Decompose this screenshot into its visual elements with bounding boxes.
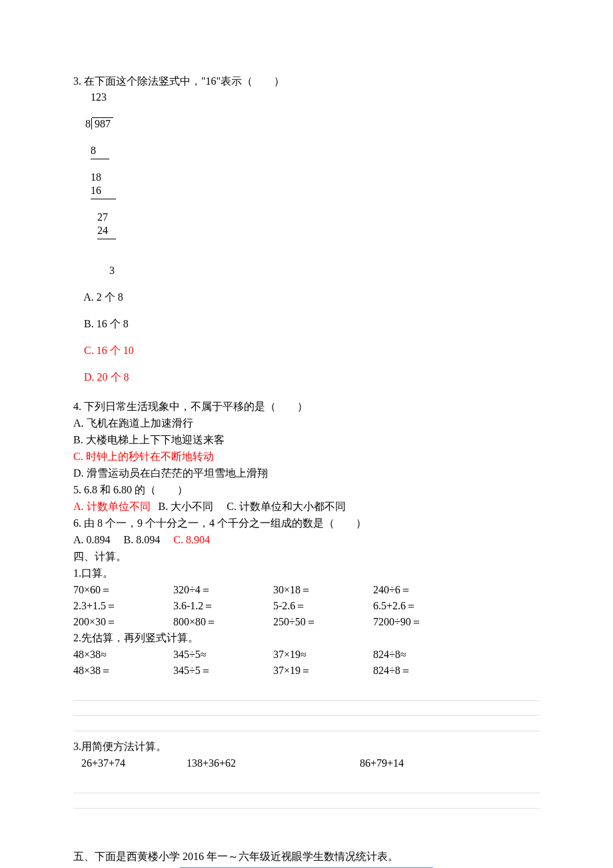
calc-item: 70×60＝ [73, 582, 173, 598]
calc-item: 138+36+62 [187, 755, 360, 771]
calc-item: 30×18＝ [273, 582, 373, 598]
q3-option-b: B. 16 个 8 [84, 318, 129, 329]
mental-row2: 2.3+1.5＝ 3.6-1.2＝ 5-2.6＝ 6.5+2.6＝ [73, 598, 540, 614]
q3-option-d: D. 20 个 8 [84, 371, 129, 383]
q3-option-a: A. 2 个 8 [83, 291, 123, 303]
estimate-row1: 48×38≈ 345÷5≈ 37×19≈ 824÷8≈ [73, 647, 540, 663]
calc-item: 200×30＝ [73, 614, 173, 630]
q4-option-d: D. 滑雪运动员在白茫茫的平坦雪地上滑翔 [73, 465, 540, 481]
mental-row3: 200×30＝ 800×80＝ 250÷50＝ 7200÷90＝ [73, 614, 540, 630]
calc-item: 800×80＝ [173, 614, 273, 630]
calc-item: 345÷5≈ [173, 647, 273, 663]
calc-item: 26+37+74 [73, 755, 187, 771]
q6-prompt: 6. 由 8 个一，9 个十分之一，4 个千分之一组成的数是（ ） [73, 515, 540, 531]
calc-item: 48×38≈ [73, 647, 173, 663]
q4-option-a: A. 飞机在跑道上加速滑行 [73, 415, 540, 431]
calc-item: 240÷6＝ [373, 582, 473, 598]
calc-item: 2.3+1.5＝ [73, 598, 173, 614]
calc-item: 6.5+2.6＝ [373, 598, 473, 614]
calc-item: 250÷50＝ [273, 614, 373, 630]
step2-sub: 16 [91, 185, 101, 196]
q6-options: A. 0.894 B. 8.094 C. 8.904 [73, 532, 540, 548]
estimate-row2: 48×38＝ 345÷5＝ 37×19＝ 824÷8＝ [73, 663, 540, 679]
q3-option-c: C. 16 个 10 [84, 345, 134, 356]
simplify-row: 26+37+74 138+36+62 86+79+14 [73, 755, 540, 771]
calc-item: 824÷8＝ [373, 663, 473, 679]
s4-p1: 1.口算。 [73, 565, 540, 581]
long-division: 123 8987 8 18 16 27 24 3 A. 2 个 8 B. 16 … [73, 91, 540, 397]
divisor: 8 [84, 118, 92, 129]
calc-item: 37×19＝ [273, 663, 373, 679]
calc-item: 7200÷90＝ [373, 614, 473, 630]
q5-option-c: C. 计数单位和大小都不同 [227, 501, 346, 512]
q6-option-c: C. 8.904 [173, 534, 210, 545]
calc-item: 48×38＝ [73, 663, 173, 679]
q6-option-b: B. 8.094 [124, 534, 161, 545]
q5-option-a: A. 计数单位不同 [73, 501, 151, 512]
section5-title: 五、下面是西黄楼小学 2016 年一～六年级近视眼学生数情况统计表。 [73, 849, 540, 865]
step3-sub: 24 [97, 225, 108, 236]
step3-bring: 27 [97, 211, 108, 223]
work-area [73, 685, 540, 732]
calc-item: 37×19≈ [273, 647, 373, 663]
calc-item: 824÷8≈ [373, 647, 473, 663]
q3-prompt: 3. 在下面这个除法竖式中，"16"表示（ ） [73, 73, 540, 89]
remainder: 3 [84, 264, 115, 277]
dividend: 987 [92, 117, 113, 129]
section4-title: 四、计算。 [73, 549, 540, 565]
mental-row1: 70×60＝ 320÷4＝ 30×18＝ 240÷6＝ [73, 582, 540, 598]
calc-item: 5-2.6＝ [273, 598, 373, 614]
calc-item: 86+79+14 [360, 755, 473, 771]
quotient: 123 [91, 91, 107, 103]
q4-prompt: 4. 下列日常生活现象中，不属于平移的是（ ） [73, 399, 540, 415]
q6-option-a: A. 0.894 [73, 534, 111, 545]
work-area-2 [73, 778, 540, 809]
q5-option-b: B. 大小不同 [159, 501, 214, 512]
q5-options: A. 计数单位不同 B. 大小不同 C. 计数单位和大小都不同 [73, 499, 540, 515]
q5-prompt: 5. 6.8 和 6.80 的（ ） [73, 482, 540, 498]
calc-item: 3.6-1.2＝ [173, 598, 273, 614]
step2-bring: 18 [91, 171, 101, 183]
s4-p2: 2.先估算，再列竖式计算。 [73, 630, 540, 646]
s4-p3: 3.用简便方法计算。 [73, 739, 540, 755]
calc-item: 320÷4＝ [173, 582, 273, 598]
calc-item: 345÷5＝ [173, 663, 273, 679]
q4-option-c: C. 时钟上的秒针在不断地转动 [73, 449, 540, 465]
q4-option-b: B. 大楼电梯上上下下地迎送来客 [73, 432, 540, 448]
step1-sub: 8 [91, 145, 96, 156]
